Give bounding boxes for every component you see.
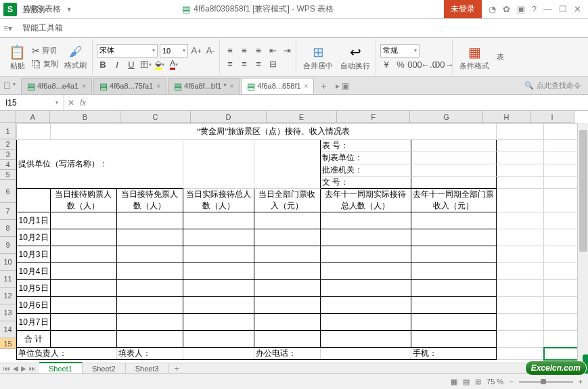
indent-left-button[interactable]: ⇤: [267, 45, 279, 57]
cell[interactable]: [411, 297, 497, 314]
sheet-title[interactable]: “黄金周”旅游景区（点）接待、收入情况表: [51, 124, 497, 140]
cell[interactable]: [320, 331, 411, 348]
home-icon[interactable]: ☐: [3, 81, 11, 91]
cell[interactable]: [497, 177, 544, 189]
cell[interactable]: [254, 140, 320, 189]
copy-button[interactable]: ⿻复制: [30, 58, 60, 70]
cell[interactable]: [254, 229, 320, 246]
cell[interactable]: [497, 297, 544, 314]
comma-button[interactable]: 000: [409, 59, 421, 71]
date-6[interactable]: 10月7日: [17, 314, 51, 331]
date-1[interactable]: 10月2日: [17, 229, 51, 246]
meta-0[interactable]: 表 号：: [320, 140, 411, 152]
decrease-decimal-button[interactable]: .00→: [437, 59, 449, 71]
sync-icon[interactable]: ◔: [489, 4, 496, 14]
close-tab-icon[interactable]: ×: [156, 83, 160, 90]
login-button[interactable]: 未登录: [444, 0, 482, 18]
cell[interactable]: [183, 246, 254, 263]
wrap-text-button[interactable]: ↩ 自动换行: [338, 43, 373, 72]
chevron-down-icon[interactable]: ▾: [13, 81, 16, 91]
align-right-button[interactable]: ≡: [252, 58, 265, 70]
sheet-tab-0[interactable]: Sheet1: [39, 362, 83, 374]
row-header-15[interactable]: 15: [0, 338, 16, 349]
col-header-3[interactable]: 当日实际接待总人数（人）: [183, 189, 254, 212]
table-style-button[interactable]: 表: [494, 51, 507, 64]
row-header-9[interactable]: 9: [0, 237, 16, 254]
close-tab-icon[interactable]: ×: [82, 83, 86, 90]
cell[interactable]: [254, 280, 320, 297]
cell[interactable]: [51, 331, 117, 348]
cell[interactable]: [116, 263, 183, 280]
doc-tab-3[interactable]: ▤4f6a8...858f1×: [241, 78, 314, 94]
add-tab-button[interactable]: +: [315, 81, 332, 91]
row-header-11[interactable]: 11: [0, 271, 16, 288]
cell[interactable]: [411, 229, 497, 246]
name-box[interactable]: I15 ▾: [0, 95, 64, 110]
maximize-button[interactable]: ☐: [559, 4, 567, 14]
align-center-button[interactable]: ≡: [238, 58, 250, 70]
col-header-A[interactable]: A: [16, 111, 50, 123]
cell[interactable]: [183, 297, 254, 314]
row-header-5[interactable]: 5: [0, 170, 16, 180]
cell[interactable]: [320, 246, 411, 263]
scroll-thumb[interactable]: [579, 130, 587, 252]
cell[interactable]: [320, 263, 411, 280]
cell[interactable]: [497, 314, 544, 331]
cell[interactable]: [183, 263, 254, 280]
cell[interactable]: [497, 331, 544, 348]
select-all-corner[interactable]: [0, 111, 16, 123]
cell[interactable]: [320, 212, 411, 229]
col-header-1[interactable]: 当日接待购票人数（人）: [51, 189, 117, 212]
format-painter-button[interactable]: 🖌 格式刷: [62, 43, 89, 72]
row-header-6[interactable]: 6: [0, 180, 16, 203]
cell[interactable]: [411, 280, 497, 297]
percent-button[interactable]: %: [394, 59, 407, 71]
col-header-5[interactable]: 去年十一同期实际接待总人数（人）: [320, 189, 411, 212]
number-format-select[interactable]: 常规▾: [380, 44, 420, 58]
cell[interactable]: [497, 263, 544, 280]
paste-button[interactable]: 📋 粘贴: [6, 43, 28, 72]
cell[interactable]: [183, 229, 254, 246]
close-tab-icon[interactable]: ×: [304, 83, 309, 90]
date-5[interactable]: 10月6日: [17, 297, 51, 314]
fill-color-button[interactable]: ⬙▾: [154, 59, 166, 71]
underline-button[interactable]: U: [125, 59, 137, 71]
cell[interactable]: [411, 246, 497, 263]
conditional-format-button[interactable]: ▦ 条件格式: [457, 43, 492, 72]
skin-icon[interactable]: ▣: [517, 4, 525, 14]
merge-center-button[interactable]: ⊞ 合并居中: [300, 43, 336, 72]
view-break-icon[interactable]: ⊞: [475, 377, 481, 386]
sheet-tab-1[interactable]: Sheet2: [83, 363, 126, 374]
help-icon[interactable]: ?: [532, 4, 537, 14]
col-header-0[interactable]: [17, 189, 51, 212]
cell[interactable]: [116, 331, 183, 348]
cell[interactable]: [411, 152, 497, 164]
doc-tab-1[interactable]: ▤4f6a8...75fa1×: [93, 78, 166, 94]
cell[interactable]: [183, 348, 254, 360]
cell[interactable]: [51, 297, 117, 314]
row-header-3[interactable]: 3: [0, 150, 16, 160]
cell[interactable]: [183, 140, 254, 189]
meta-3[interactable]: 文 号：: [320, 177, 411, 189]
date-4[interactable]: 10月5日: [17, 280, 51, 297]
cell-grid[interactable]: “黄金周”旅游景区（点）接待、收入情况表提供单位（写清名称）：表 号：制表单位：…: [16, 123, 588, 360]
align-left-button[interactable]: ≡: [224, 58, 236, 70]
menu-tab-8[interactable]: 云服务: [14, 1, 71, 19]
cell[interactable]: [183, 314, 254, 331]
cell[interactable]: [51, 263, 117, 280]
doc-tab-0[interactable]: ▤4f6a8...e4a1×: [21, 78, 92, 94]
sheet-next-icon[interactable]: ▶: [21, 365, 26, 372]
zoom-in-button[interactable]: +: [579, 377, 583, 386]
col-header-E[interactable]: E: [267, 111, 337, 123]
cell[interactable]: [254, 331, 320, 348]
italic-button[interactable]: I: [111, 59, 123, 71]
decrease-font-button[interactable]: A-: [204, 45, 217, 57]
cell[interactable]: [411, 263, 497, 280]
cell[interactable]: [497, 348, 544, 360]
date-0[interactable]: 10月1日: [17, 212, 51, 229]
col-header-B[interactable]: B: [50, 111, 120, 123]
col-header-6[interactable]: 去年十一同期全部门票收入（元）: [411, 189, 497, 212]
row-header-1[interactable]: 1: [0, 123, 16, 139]
row-header-2[interactable]: 2: [0, 139, 16, 150]
font-size-select[interactable]: 10▾: [160, 44, 188, 58]
